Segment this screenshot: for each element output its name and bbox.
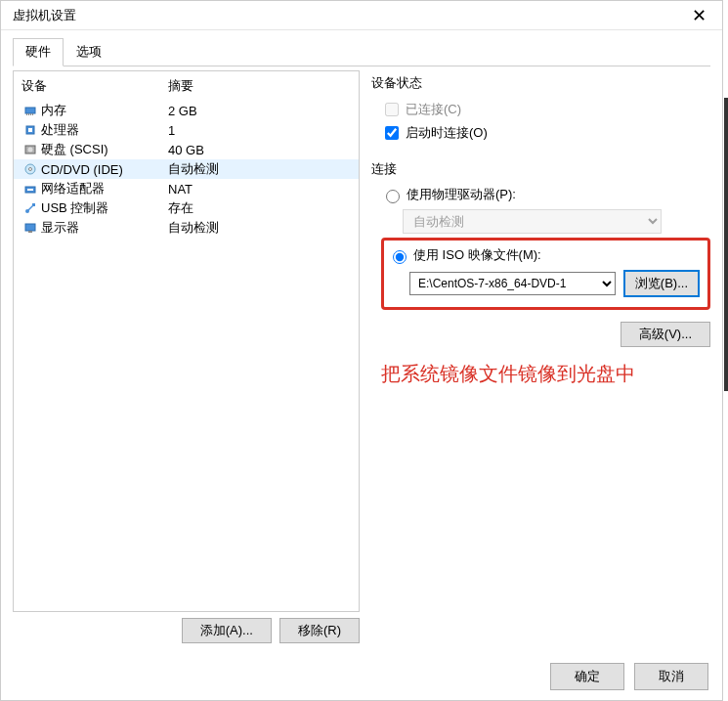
device-name: 内存 — [39, 102, 168, 119]
connect-power-label: 启动时连接(O) — [406, 124, 488, 142]
svg-rect-15 — [25, 224, 35, 231]
vm-settings-window: 虚拟机设置 ✕ 硬件 选项 设备 摘要 内存2 GB处理器1硬盘 (SCSI)4… — [0, 0, 723, 701]
device-row-memory[interactable]: 内存2 GB — [14, 101, 359, 120]
add-button[interactable]: 添加(A)... — [182, 618, 272, 643]
device-row-disk[interactable]: 硬盘 (SCSI)40 GB — [14, 140, 359, 159]
connected-label: 已连接(C) — [406, 101, 461, 118]
tab-bar: 硬件 选项 — [13, 38, 710, 66]
svg-rect-4 — [32, 113, 33, 115]
connected-checkbox-row[interactable]: 已连接(C) — [381, 100, 710, 119]
device-summary: 自动检测 — [168, 219, 351, 237]
svg-rect-0 — [25, 108, 35, 113]
connect-power-checkbox[interactable] — [385, 126, 399, 140]
iso-label: 使用 ISO 映像文件(M): — [413, 246, 541, 264]
svg-rect-6 — [28, 128, 32, 132]
physical-label: 使用物理驱动器(P): — [407, 186, 516, 203]
device-name: CD/DVD (IDE) — [39, 162, 168, 177]
cddvd-icon — [21, 162, 39, 176]
annotation-text: 把系统镜像文件镜像到光盘中 — [381, 361, 710, 387]
device-list-box: 设备 摘要 内存2 GB处理器1硬盘 (SCSI)40 GBCD/DVD (ID… — [13, 70, 360, 612]
device-row-net[interactable]: 网络适配器NAT — [14, 179, 359, 198]
status-section-label: 设备状态 — [371, 74, 710, 92]
device-row-cpu[interactable]: 处理器1 — [14, 120, 359, 140]
device-name: 硬盘 (SCSI) — [39, 141, 168, 158]
device-list: 内存2 GB处理器1硬盘 (SCSI)40 GBCD/DVD (IDE)自动检测… — [14, 101, 359, 238]
memory-icon — [21, 104, 39, 117]
device-summary: 2 GB — [168, 104, 351, 118]
column-summary: 摘要 — [168, 77, 193, 95]
usb-icon — [21, 201, 39, 215]
device-name: 网络适配器 — [39, 180, 168, 197]
ok-button[interactable]: 确定 — [550, 663, 624, 690]
background-edge — [724, 98, 728, 391]
tab-hardware[interactable]: 硬件 — [13, 38, 64, 66]
svg-rect-16 — [28, 231, 32, 233]
right-column: 设备状态 已连接(C) 启动时连接(O) 连接 使用物理驱动器(P) — [371, 70, 710, 643]
content-area: 硬件 选项 设备 摘要 内存2 GB处理器1硬盘 (SCSI)40 GBCD/D… — [1, 30, 722, 651]
advanced-button[interactable]: 高级(V)... — [621, 322, 710, 347]
iso-path-combo[interactable]: E:\CentOS-7-x86_64-DVD-1 — [409, 272, 616, 295]
iso-radio[interactable] — [393, 250, 407, 264]
left-buttons: 添加(A)... 移除(R) — [13, 618, 360, 643]
device-name: 显示器 — [39, 219, 168, 237]
net-icon — [21, 182, 39, 196]
iso-input-row: E:\CentOS-7-x86_64-DVD-1 浏览(B)... — [409, 270, 700, 297]
device-row-display[interactable]: 显示器自动检测 — [14, 218, 359, 238]
svg-rect-1 — [26, 113, 27, 115]
main-panel: 设备 摘要 内存2 GB处理器1硬盘 (SCSI)40 GBCD/DVD (ID… — [13, 70, 710, 643]
device-summary: 存在 — [168, 199, 351, 217]
connect-power-checkbox-row[interactable]: 启动时连接(O) — [381, 123, 710, 143]
titlebar: 虚拟机设置 ✕ — [1, 1, 722, 30]
column-device: 设备 — [21, 77, 168, 95]
window-title: 虚拟机设置 — [13, 7, 76, 24]
svg-rect-2 — [28, 113, 29, 115]
device-row-cddvd[interactable]: CD/DVD (IDE)自动检测 — [14, 159, 359, 179]
device-header: 设备 摘要 — [14, 71, 359, 101]
connection-group: 使用物理驱动器(P): 自动检测 使用 ISO 映像文件(M): E:\Cent… — [381, 186, 710, 387]
svg-point-10 — [29, 168, 32, 171]
tab-options[interactable]: 选项 — [64, 38, 114, 66]
iso-radio-row[interactable]: 使用 ISO 映像文件(M): — [388, 246, 700, 264]
disk-icon — [21, 143, 39, 156]
advanced-button-wrap: 高级(V)... — [381, 322, 710, 347]
device-name: 处理器 — [39, 121, 168, 139]
device-name: USB 控制器 — [39, 199, 168, 217]
close-button[interactable]: ✕ — [684, 5, 714, 26]
physical-radio[interactable] — [386, 190, 400, 203]
physical-drive-combo: 自动检测 — [403, 209, 662, 234]
svg-rect-3 — [30, 113, 31, 115]
iso-highlight-box: 使用 ISO 映像文件(M): E:\CentOS-7-x86_64-DVD-1… — [381, 238, 710, 310]
browse-button[interactable]: 浏览(B)... — [623, 270, 700, 297]
status-group: 已连接(C) 启动时连接(O) — [381, 100, 710, 143]
device-summary: 自动检测 — [168, 160, 351, 178]
physical-radio-row[interactable]: 使用物理驱动器(P): — [381, 186, 710, 203]
svg-rect-14 — [32, 203, 35, 206]
device-row-usb[interactable]: USB 控制器存在 — [14, 198, 359, 218]
cpu-icon — [21, 123, 39, 137]
svg-rect-12 — [27, 189, 33, 191]
display-icon — [21, 221, 39, 235]
connected-checkbox — [385, 103, 399, 116]
device-summary: 1 — [168, 123, 351, 138]
svg-point-8 — [28, 148, 33, 153]
connection-section-label: 连接 — [371, 160, 710, 178]
footer-buttons: 确定 取消 — [550, 663, 708, 690]
device-summary: NAT — [168, 182, 351, 197]
cancel-button[interactable]: 取消 — [634, 663, 708, 690]
left-column: 设备 摘要 内存2 GB处理器1硬盘 (SCSI)40 GBCD/DVD (ID… — [13, 70, 360, 643]
remove-button[interactable]: 移除(R) — [279, 618, 360, 643]
device-summary: 40 GB — [168, 143, 351, 157]
